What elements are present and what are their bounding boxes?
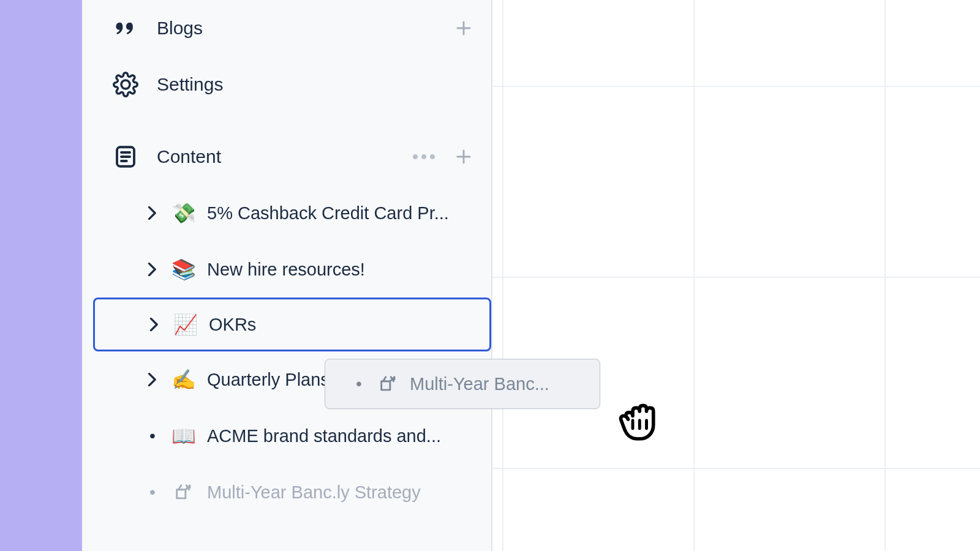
bullet-icon: • [351, 374, 367, 394]
nav-item-settings[interactable]: Settings [82, 56, 491, 113]
tree-item-newhire[interactable]: 📚 New hire resources! [82, 241, 491, 298]
svg-point-5 [421, 154, 426, 159]
nav-item-label: Settings [157, 74, 223, 95]
chevron-right-icon[interactable] [145, 263, 160, 276]
whiteboard-icon [378, 373, 399, 394]
document-icon [111, 144, 140, 170]
chevron-right-icon[interactable] [145, 206, 160, 220]
svg-point-4 [413, 154, 418, 159]
tree-item-okrs[interactable]: 📈 OKRs [93, 298, 491, 351]
bullet-icon: • [145, 482, 160, 502]
chevron-right-icon[interactable] [145, 373, 160, 386]
sidebar: Blogs Settings Content [82, 0, 492, 551]
writing-emoji-icon: ✍️ [172, 368, 196, 391]
gear-icon [111, 72, 140, 97]
quote-icon [111, 15, 140, 42]
canvas[interactable] [492, 0, 980, 551]
bullet-icon: • [145, 426, 160, 446]
chevron-right-icon[interactable] [146, 318, 162, 331]
tree-item-cashback[interactable]: 💸 5% Cashback Credit Card Pr... [82, 185, 491, 241]
drag-preview-label: Multi-Year Banc... [410, 374, 549, 394]
tree-item-label: Quarterly Plans [207, 370, 330, 390]
section-content[interactable]: Content [82, 129, 491, 185]
tree-item-label: OKRs [209, 315, 256, 335]
tree-item-label: 5% Cashback Credit Card Pr... [207, 203, 449, 223]
money-emoji-icon: 💸 [172, 201, 196, 225]
books-emoji-icon: 📚 [172, 258, 196, 281]
grab-cursor-icon [614, 391, 669, 446]
book-emoji-icon: 📖 [172, 424, 196, 448]
add-blog-button[interactable] [454, 19, 473, 37]
canvas-grid [492, 0, 980, 551]
app-rail [0, 0, 82, 551]
tree-item-label: ACME brand standards and... [207, 426, 441, 446]
nav-item-blogs[interactable]: Blogs [82, 0, 491, 56]
tree-item-strategy-ghost[interactable]: • Multi-Year Banc.ly Strategy [82, 464, 491, 520]
tree-item-acme[interactable]: • 📖 ACME brand standards and... [82, 408, 491, 464]
chart-emoji-icon: 📈 [173, 313, 198, 336]
section-label: Content [157, 146, 221, 167]
more-icon[interactable] [412, 153, 436, 160]
svg-point-6 [430, 154, 435, 159]
tree-item-label: New hire resources! [207, 260, 365, 280]
drag-preview: • Multi-Year Banc... [325, 359, 600, 409]
whiteboard-icon [172, 482, 196, 503]
add-content-button[interactable] [454, 148, 473, 166]
nav-item-label: Blogs [157, 18, 203, 39]
tree-item-label: Multi-Year Banc.ly Strategy [207, 482, 421, 503]
